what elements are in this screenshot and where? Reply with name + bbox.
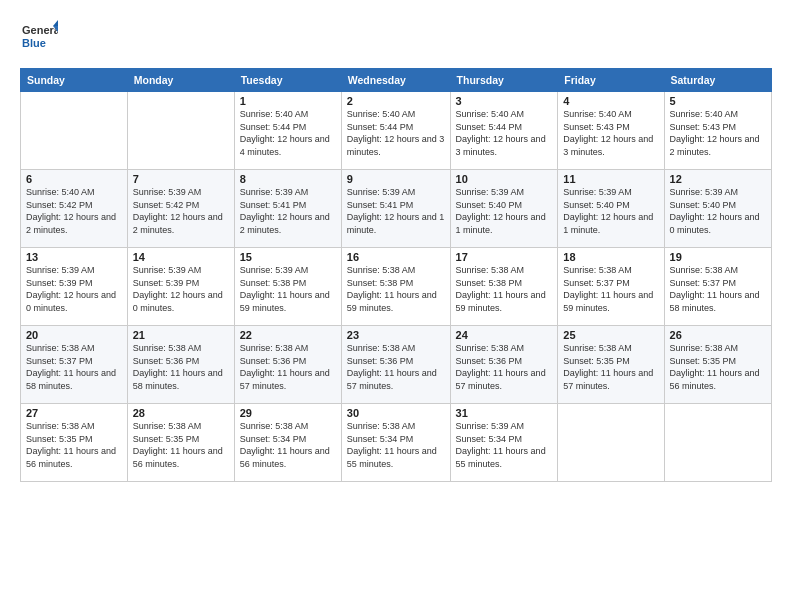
calendar-table: SundayMondayTuesdayWednesdayThursdayFrid… — [20, 68, 772, 482]
calendar-cell: 17Sunrise: 5:38 AM Sunset: 5:38 PM Dayli… — [450, 248, 558, 326]
calendar-cell: 5Sunrise: 5:40 AM Sunset: 5:43 PM Daylig… — [664, 92, 771, 170]
day-number: 7 — [133, 173, 229, 185]
day-info: Sunrise: 5:40 AM Sunset: 5:43 PM Dayligh… — [563, 108, 658, 158]
day-info: Sunrise: 5:38 AM Sunset: 5:35 PM Dayligh… — [563, 342, 658, 392]
day-info: Sunrise: 5:38 AM Sunset: 5:38 PM Dayligh… — [456, 264, 553, 314]
day-number: 16 — [347, 251, 445, 263]
weekday-header-tuesday: Tuesday — [234, 69, 341, 92]
day-info: Sunrise: 5:39 AM Sunset: 5:39 PM Dayligh… — [133, 264, 229, 314]
page-header: General Blue — [20, 18, 772, 60]
day-info: Sunrise: 5:39 AM Sunset: 5:38 PM Dayligh… — [240, 264, 336, 314]
calendar-cell: 1Sunrise: 5:40 AM Sunset: 5:44 PM Daylig… — [234, 92, 341, 170]
calendar-cell: 13Sunrise: 5:39 AM Sunset: 5:39 PM Dayli… — [21, 248, 128, 326]
day-info: Sunrise: 5:38 AM Sunset: 5:37 PM Dayligh… — [563, 264, 658, 314]
calendar-cell: 24Sunrise: 5:38 AM Sunset: 5:36 PM Dayli… — [450, 326, 558, 404]
day-number: 31 — [456, 407, 553, 419]
calendar-cell: 9Sunrise: 5:39 AM Sunset: 5:41 PM Daylig… — [341, 170, 450, 248]
calendar-cell: 25Sunrise: 5:38 AM Sunset: 5:35 PM Dayli… — [558, 326, 664, 404]
calendar-week-2: 6Sunrise: 5:40 AM Sunset: 5:42 PM Daylig… — [21, 170, 772, 248]
calendar-cell: 29Sunrise: 5:38 AM Sunset: 5:34 PM Dayli… — [234, 404, 341, 482]
day-number: 11 — [563, 173, 658, 185]
day-number: 18 — [563, 251, 658, 263]
day-info: Sunrise: 5:39 AM Sunset: 5:39 PM Dayligh… — [26, 264, 122, 314]
day-number: 2 — [347, 95, 445, 107]
calendar-cell: 4Sunrise: 5:40 AM Sunset: 5:43 PM Daylig… — [558, 92, 664, 170]
weekday-header-saturday: Saturday — [664, 69, 771, 92]
calendar-cell: 3Sunrise: 5:40 AM Sunset: 5:44 PM Daylig… — [450, 92, 558, 170]
day-info: Sunrise: 5:38 AM Sunset: 5:34 PM Dayligh… — [240, 420, 336, 470]
day-number: 9 — [347, 173, 445, 185]
day-info: Sunrise: 5:39 AM Sunset: 5:41 PM Dayligh… — [347, 186, 445, 236]
calendar-cell: 14Sunrise: 5:39 AM Sunset: 5:39 PM Dayli… — [127, 248, 234, 326]
day-number: 8 — [240, 173, 336, 185]
day-info: Sunrise: 5:39 AM Sunset: 5:34 PM Dayligh… — [456, 420, 553, 470]
weekday-header-wednesday: Wednesday — [341, 69, 450, 92]
calendar-cell: 12Sunrise: 5:39 AM Sunset: 5:40 PM Dayli… — [664, 170, 771, 248]
day-number: 29 — [240, 407, 336, 419]
day-number: 14 — [133, 251, 229, 263]
day-number: 30 — [347, 407, 445, 419]
day-info: Sunrise: 5:38 AM Sunset: 5:36 PM Dayligh… — [133, 342, 229, 392]
day-info: Sunrise: 5:40 AM Sunset: 5:44 PM Dayligh… — [240, 108, 336, 158]
calendar-week-5: 27Sunrise: 5:38 AM Sunset: 5:35 PM Dayli… — [21, 404, 772, 482]
calendar-cell — [558, 404, 664, 482]
calendar-cell: 26Sunrise: 5:38 AM Sunset: 5:35 PM Dayli… — [664, 326, 771, 404]
day-info: Sunrise: 5:38 AM Sunset: 5:38 PM Dayligh… — [347, 264, 445, 314]
calendar-cell — [664, 404, 771, 482]
day-number: 3 — [456, 95, 553, 107]
calendar-cell: 21Sunrise: 5:38 AM Sunset: 5:36 PM Dayli… — [127, 326, 234, 404]
calendar-cell: 7Sunrise: 5:39 AM Sunset: 5:42 PM Daylig… — [127, 170, 234, 248]
day-number: 21 — [133, 329, 229, 341]
day-number: 25 — [563, 329, 658, 341]
calendar-cell — [21, 92, 128, 170]
day-info: Sunrise: 5:40 AM Sunset: 5:44 PM Dayligh… — [347, 108, 445, 158]
day-number: 10 — [456, 173, 553, 185]
day-info: Sunrise: 5:38 AM Sunset: 5:36 PM Dayligh… — [347, 342, 445, 392]
day-number: 24 — [456, 329, 553, 341]
day-info: Sunrise: 5:38 AM Sunset: 5:35 PM Dayligh… — [26, 420, 122, 470]
day-info: Sunrise: 5:39 AM Sunset: 5:42 PM Dayligh… — [133, 186, 229, 236]
calendar-cell — [127, 92, 234, 170]
weekday-header-sunday: Sunday — [21, 69, 128, 92]
weekday-header-monday: Monday — [127, 69, 234, 92]
day-info: Sunrise: 5:39 AM Sunset: 5:40 PM Dayligh… — [670, 186, 766, 236]
calendar-cell: 22Sunrise: 5:38 AM Sunset: 5:36 PM Dayli… — [234, 326, 341, 404]
calendar-cell: 11Sunrise: 5:39 AM Sunset: 5:40 PM Dayli… — [558, 170, 664, 248]
day-number: 12 — [670, 173, 766, 185]
calendar-cell: 30Sunrise: 5:38 AM Sunset: 5:34 PM Dayli… — [341, 404, 450, 482]
calendar-cell: 6Sunrise: 5:40 AM Sunset: 5:42 PM Daylig… — [21, 170, 128, 248]
calendar-cell: 16Sunrise: 5:38 AM Sunset: 5:38 PM Dayli… — [341, 248, 450, 326]
day-number: 17 — [456, 251, 553, 263]
svg-text:Blue: Blue — [22, 37, 46, 49]
day-info: Sunrise: 5:40 AM Sunset: 5:44 PM Dayligh… — [456, 108, 553, 158]
day-info: Sunrise: 5:40 AM Sunset: 5:43 PM Dayligh… — [670, 108, 766, 158]
calendar-cell: 18Sunrise: 5:38 AM Sunset: 5:37 PM Dayli… — [558, 248, 664, 326]
day-number: 20 — [26, 329, 122, 341]
day-number: 28 — [133, 407, 229, 419]
logo-icon: General Blue — [20, 18, 58, 56]
weekday-header-thursday: Thursday — [450, 69, 558, 92]
day-number: 6 — [26, 173, 122, 185]
day-info: Sunrise: 5:38 AM Sunset: 5:36 PM Dayligh… — [240, 342, 336, 392]
day-info: Sunrise: 5:39 AM Sunset: 5:41 PM Dayligh… — [240, 186, 336, 236]
day-number: 1 — [240, 95, 336, 107]
calendar-week-4: 20Sunrise: 5:38 AM Sunset: 5:37 PM Dayli… — [21, 326, 772, 404]
day-info: Sunrise: 5:38 AM Sunset: 5:35 PM Dayligh… — [670, 342, 766, 392]
svg-text:General: General — [22, 24, 58, 36]
day-number: 23 — [347, 329, 445, 341]
calendar-cell: 8Sunrise: 5:39 AM Sunset: 5:41 PM Daylig… — [234, 170, 341, 248]
day-info: Sunrise: 5:38 AM Sunset: 5:36 PM Dayligh… — [456, 342, 553, 392]
calendar-cell: 2Sunrise: 5:40 AM Sunset: 5:44 PM Daylig… — [341, 92, 450, 170]
day-info: Sunrise: 5:40 AM Sunset: 5:42 PM Dayligh… — [26, 186, 122, 236]
day-number: 13 — [26, 251, 122, 263]
weekday-header-row: SundayMondayTuesdayWednesdayThursdayFrid… — [21, 69, 772, 92]
calendar-week-1: 1Sunrise: 5:40 AM Sunset: 5:44 PM Daylig… — [21, 92, 772, 170]
calendar-cell: 31Sunrise: 5:39 AM Sunset: 5:34 PM Dayli… — [450, 404, 558, 482]
calendar-cell: 20Sunrise: 5:38 AM Sunset: 5:37 PM Dayli… — [21, 326, 128, 404]
calendar-cell: 19Sunrise: 5:38 AM Sunset: 5:37 PM Dayli… — [664, 248, 771, 326]
day-info: Sunrise: 5:38 AM Sunset: 5:34 PM Dayligh… — [347, 420, 445, 470]
day-number: 26 — [670, 329, 766, 341]
calendar-cell: 28Sunrise: 5:38 AM Sunset: 5:35 PM Dayli… — [127, 404, 234, 482]
day-number: 5 — [670, 95, 766, 107]
calendar-cell: 10Sunrise: 5:39 AM Sunset: 5:40 PM Dayli… — [450, 170, 558, 248]
